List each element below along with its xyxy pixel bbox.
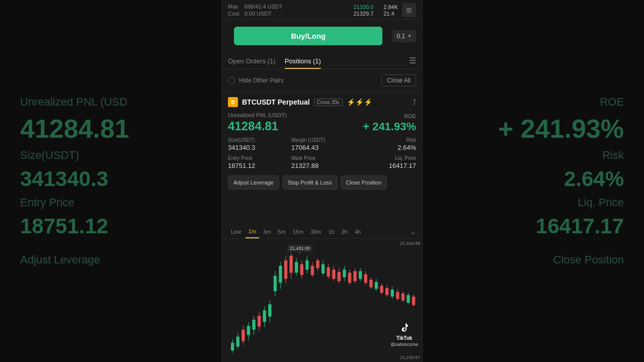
chart-tab-more-icon[interactable]: ⌄ bbox=[410, 228, 416, 236]
hide-pairs-radio[interactable] bbox=[228, 77, 235, 84]
callout-price: 21,431.00 bbox=[290, 246, 310, 251]
svg-rect-33 bbox=[305, 260, 308, 269]
size-value: 341340.3 bbox=[228, 144, 289, 151]
stat-liq-price: Liq. Price 16417.17 bbox=[355, 155, 416, 169]
unrealized-pnl-value: 41284.81 bbox=[228, 119, 287, 133]
stat-risk: Risk 2.64% bbox=[355, 137, 416, 151]
roe-value: + 241.93% bbox=[363, 120, 416, 133]
svg-rect-63 bbox=[385, 288, 388, 295]
adjust-leverage-button[interactable]: Adjust Leverage bbox=[228, 175, 279, 190]
bybit-icon: B bbox=[228, 97, 238, 107]
center-panel: Max Cost 698/42.4 USDT 0.00 USDT 21330.0… bbox=[221, 0, 423, 362]
position-card: B BTCUSDT Perpetual Cross 20x ⚡⚡⚡ ⤴ Unre… bbox=[222, 92, 422, 225]
stop-profit-loss-button[interactable]: Stop Profit & Loss bbox=[282, 175, 338, 190]
tab-positions[interactable]: Positions (1) bbox=[285, 52, 321, 69]
svg-rect-19 bbox=[268, 304, 271, 317]
svg-rect-47 bbox=[343, 269, 346, 277]
chart-tabs: Line 1m 3m 5m 15m 30m 1h 2h 4h ⌄ bbox=[222, 225, 422, 239]
bg-right-value-2: 2.64% bbox=[564, 167, 624, 191]
svg-rect-45 bbox=[338, 272, 341, 281]
pair-name: BTCUSDT Perpetual bbox=[242, 98, 310, 106]
buy-long-button[interactable]: Buy/Long bbox=[234, 27, 382, 45]
svg-rect-15 bbox=[258, 316, 261, 326]
qty-dropdown-icon: ▼ bbox=[407, 33, 412, 39]
svg-rect-65 bbox=[391, 290, 394, 297]
bg-left-label-2: Size(USDT) bbox=[20, 149, 79, 162]
tiktok-brand: TikTok bbox=[396, 335, 412, 341]
svg-rect-71 bbox=[407, 295, 410, 303]
svg-rect-31 bbox=[300, 264, 303, 275]
chart-tab-3m[interactable]: 3m bbox=[260, 226, 274, 238]
bg-left-label-4: Adjust Leverage bbox=[20, 253, 100, 266]
share-icon[interactable]: ⤴ bbox=[413, 98, 416, 106]
svg-rect-41 bbox=[327, 267, 330, 277]
leverage-bars-icon: ⚡⚡⚡ bbox=[347, 98, 372, 106]
tab-open-orders[interactable]: Open Orders (1) bbox=[228, 52, 276, 69]
max-value: 698/42.4 USDT bbox=[245, 4, 283, 10]
bg-right-label-4: Close Position bbox=[553, 253, 624, 266]
chart-tab-line[interactable]: Line bbox=[228, 226, 245, 238]
bg-left-label-3: Entry Price bbox=[20, 196, 74, 209]
svg-rect-29 bbox=[295, 262, 298, 273]
bg-right-value-3: 16417.17 bbox=[536, 214, 624, 238]
vol1: 2.84K bbox=[383, 4, 398, 10]
pnl-left: Unrealized PNL (USDT) 41284.81 bbox=[228, 112, 287, 133]
bg-right-label-2: Risk bbox=[602, 149, 624, 162]
stat-entry-price: Entry Price 18751.12 bbox=[228, 155, 289, 169]
cross-badge: Cross 20x bbox=[314, 99, 343, 106]
stats-grid: Size(USDT) 341340.3 Margin (USDT) 17064.… bbox=[228, 137, 416, 169]
action-buttons: Adjust Leverage Stop Profit & Loss Close… bbox=[228, 175, 416, 190]
chart-tab-30m[interactable]: 30m bbox=[307, 226, 324, 238]
buy-long-label: Buy/Long bbox=[291, 32, 326, 40]
bg-right-label-1: ROE bbox=[600, 96, 624, 109]
bg-right-label-3: Liq. Price bbox=[578, 196, 624, 209]
tabs-row: Open Orders (1) Positions (1) ☰ bbox=[222, 52, 422, 69]
chart-tab-1m[interactable]: 1m bbox=[246, 225, 259, 238]
hide-pairs-label: Hide Other Pairs bbox=[239, 77, 284, 84]
svg-rect-59 bbox=[375, 282, 378, 289]
svg-rect-5 bbox=[231, 343, 234, 350]
svg-rect-74 bbox=[397, 320, 412, 334]
liq-price-value: 16417.17 bbox=[389, 162, 416, 169]
close-all-button[interactable]: Close All bbox=[381, 74, 416, 86]
price1: 21330.0 bbox=[353, 4, 373, 10]
risk-value: 2.64% bbox=[397, 144, 416, 151]
background-right: ROE + 241.93% Risk 2.64% Liq. Price 1641… bbox=[423, 0, 644, 362]
position-header: B BTCUSDT Perpetual Cross 20x ⚡⚡⚡ ⤴ bbox=[228, 97, 416, 107]
svg-rect-35 bbox=[311, 266, 314, 275]
pnl-row: Unrealized PNL (USDT) 41284.81 ROE + 241… bbox=[228, 112, 416, 133]
margin-value: 17064.43 bbox=[291, 144, 353, 151]
bg-left-label-1: Unrealized PNL (USD bbox=[20, 96, 127, 109]
stat-mark-price: Mark Price 21327.88 bbox=[291, 155, 353, 169]
price-table: 21330.0 2.84K 21329.7 21.4 bbox=[353, 4, 398, 17]
svg-rect-67 bbox=[396, 292, 399, 299]
chart-tab-15m[interactable]: 15m bbox=[290, 226, 306, 238]
svg-rect-61 bbox=[380, 286, 383, 293]
svg-rect-51 bbox=[353, 271, 356, 281]
svg-rect-7 bbox=[236, 336, 239, 346]
roe-right: ROE + 241.93% bbox=[363, 113, 416, 133]
vol2: 21.4 bbox=[383, 11, 394, 17]
qty-selector[interactable]: 0.1 ▼ bbox=[392, 30, 416, 42]
chart-tab-1h[interactable]: 1h bbox=[325, 226, 337, 238]
close-position-button[interactable]: Close Position bbox=[341, 175, 387, 190]
mark-price-label: Mark Price bbox=[291, 155, 353, 161]
svg-rect-49 bbox=[348, 273, 351, 283]
filter-icon[interactable]: ☰ bbox=[409, 56, 416, 65]
svg-rect-25 bbox=[284, 260, 287, 279]
svg-rect-13 bbox=[252, 320, 255, 330]
cost-value: 0.00 USDT bbox=[245, 11, 283, 17]
chart-tab-4h[interactable]: 4h bbox=[352, 226, 364, 238]
bg-left-value-3: 18751.12 bbox=[20, 214, 108, 238]
chart-tab-2h[interactable]: 2h bbox=[339, 226, 351, 238]
risk-label: Risk bbox=[407, 137, 416, 143]
svg-rect-39 bbox=[321, 264, 325, 274]
svg-rect-11 bbox=[247, 326, 250, 335]
top-section: Max Cost 698/42.4 USDT 0.00 USDT 21330.0… bbox=[222, 0, 422, 20]
svg-rect-57 bbox=[369, 280, 372, 287]
svg-rect-43 bbox=[332, 269, 335, 279]
grid-icon-button[interactable]: ⊞ bbox=[402, 3, 416, 17]
chart-tab-5m[interactable]: 5m bbox=[275, 226, 288, 238]
svg-rect-17 bbox=[263, 310, 266, 322]
bg-left-value-2: 341340.3 bbox=[20, 167, 108, 191]
